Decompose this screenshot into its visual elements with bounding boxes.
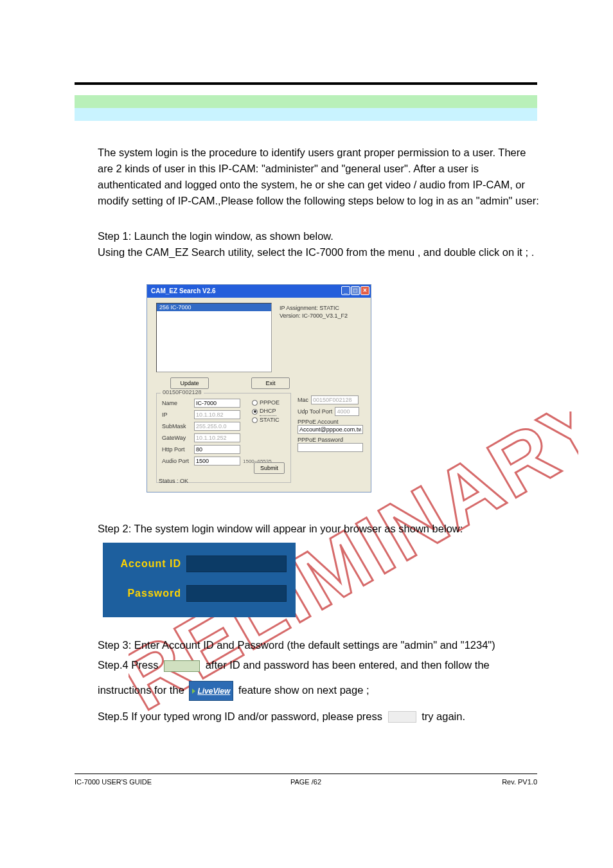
intro-paragraph: The system login is the procedure to ide…	[98, 145, 541, 209]
step1-line2: Using the CAM_EZ Search utility, select …	[98, 244, 541, 260]
group-title: 00150F002128	[161, 389, 204, 395]
submit-button[interactable]: Submit	[254, 462, 285, 474]
radio-pppoe[interactable]	[252, 400, 258, 406]
ip-assignment-text: IP Assignment: STATIC	[280, 304, 348, 312]
submit-button-icon	[164, 660, 200, 672]
ip-input[interactable]	[194, 410, 240, 419]
window-minimize-button[interactable]: _	[341, 286, 350, 295]
radio-static-row[interactable]: STATIC	[252, 416, 280, 424]
footer-page: PAGE /62	[290, 778, 321, 786]
account-id-input[interactable]	[186, 556, 287, 572]
footer-rev: Rev. PV1.0	[502, 778, 537, 786]
password-label: Password	[112, 588, 186, 599]
httpport-label: Http Port	[162, 446, 194, 453]
step5-text-a: Step.5 If your typed wrong ID and/or pas…	[98, 710, 386, 722]
device-listbox[interactable]: 256 IC-7000	[156, 303, 272, 372]
step4-row2: instructions for the LiveView feature sh…	[98, 681, 547, 701]
liveview-button: LiveView	[189, 681, 233, 701]
step1-text: Step 1: Launch the login window, as show…	[98, 228, 541, 260]
name-row: Name	[162, 399, 240, 408]
pppoe-password-input[interactable]	[298, 443, 363, 452]
footer-rule	[75, 773, 537, 774]
reset-button-icon	[388, 711, 416, 723]
submask-label: SubMask	[162, 423, 194, 429]
right-column: Mac Udp Tool Port PPPoE Account PPPoE Pa…	[298, 395, 363, 455]
footer-left: IC-7000 USER'S GUIDE	[75, 778, 152, 786]
step1-line1: Step 1: Launch the login window, as show…	[98, 228, 541, 244]
gateway-row: GateWay	[162, 433, 240, 442]
step2-text: Step 2: The system login window will app…	[98, 523, 547, 535]
status-text: Status : OK	[159, 478, 188, 484]
submask-input[interactable]	[194, 422, 240, 431]
udp-row: Udp Tool Port	[298, 407, 363, 416]
step4-text-b: after ID and password has been entered, …	[206, 659, 490, 671]
httpport-row: Http Port	[162, 445, 240, 454]
login-panel: Account ID Password	[103, 543, 296, 617]
mac-row: Mac	[298, 395, 363, 404]
radio-static[interactable]	[252, 417, 258, 423]
header-bar-green	[75, 95, 537, 108]
after-steps: Step 3: Enter Account ID and Password (t…	[98, 637, 547, 728]
step4-text-a: Step.4 Press	[98, 659, 161, 671]
window-titlebar: CAM_EZ Search V2.6 _ □ ×	[147, 285, 371, 298]
radio-dhcp-row[interactable]: DHCP	[252, 407, 280, 416]
window-title: CAM_EZ Search V2.6	[151, 287, 216, 294]
submask-row: SubMask	[162, 422, 240, 431]
httpport-input[interactable]	[194, 445, 240, 454]
audioport-input[interactable]	[194, 457, 240, 466]
step4-text-c: instructions for the	[98, 684, 187, 696]
audioport-label: Audio Port	[162, 458, 194, 464]
udp-label: Udp Tool Port	[298, 408, 332, 415]
top-rule	[75, 82, 537, 85]
header-bar-cyan	[75, 108, 537, 121]
name-label: Name	[162, 400, 194, 406]
step4-row1: Step.4 Press after ID and password has b…	[98, 657, 547, 673]
pppoe-account-label: PPPoE Account	[298, 419, 363, 425]
ip-label: IP	[162, 411, 194, 418]
radio-pppoe-label: PPPOE	[260, 399, 280, 407]
version-text: Version: IC-7000_V3.1_F2	[280, 312, 348, 320]
exit-button[interactable]: Exit	[251, 377, 290, 389]
mac-input[interactable]	[311, 395, 359, 404]
radio-dhcp-label: DHCP	[260, 407, 276, 416]
radio-static-label: STATIC	[260, 416, 280, 424]
device-list-item[interactable]: 256 IC-7000	[157, 303, 271, 311]
gateway-input[interactable]	[194, 433, 240, 442]
pppoe-password-row: PPPoE Password	[298, 437, 363, 452]
radio-pppoe-row[interactable]: PPPOE	[252, 399, 280, 407]
ip-mode-radios: PPPOE DHCP STATIC	[252, 399, 280, 424]
play-icon	[192, 689, 195, 694]
pppoe-account-input[interactable]	[298, 425, 363, 434]
update-button[interactable]: Update	[170, 377, 209, 389]
name-input[interactable]	[194, 399, 240, 408]
radio-dhcp[interactable]	[252, 409, 258, 415]
window-maximize-button[interactable]: □	[351, 286, 360, 295]
ip-row: IP	[162, 410, 240, 419]
step5-row: Step.5 If your typed wrong ID and/or pas…	[98, 709, 547, 725]
pppoe-password-label: PPPoE Password	[298, 437, 363, 443]
step4-text-d: feature show on next page ;	[238, 684, 369, 696]
step3-text: Step 3: Enter Account ID and Password (t…	[98, 637, 547, 653]
liveview-label: LiveView	[197, 683, 230, 700]
window-close-button[interactable]: ×	[360, 286, 369, 295]
device-info: IP Assignment: STATIC Version: IC-7000_V…	[280, 304, 348, 320]
account-id-label: Account ID	[112, 558, 186, 570]
pppoe-account-row: PPPoE Account	[298, 419, 363, 434]
page-footer: IC-7000 USER'S GUIDE PAGE /62 Rev. PV1.0	[75, 778, 537, 786]
step5-text-b: try again.	[422, 710, 465, 722]
cam-ez-search-window: CAM_EZ Search V2.6 _ □ × 256 IC-7000 IP …	[147, 284, 371, 493]
gateway-label: GateWay	[162, 435, 194, 441]
udp-input[interactable]	[335, 407, 359, 416]
password-input[interactable]	[186, 585, 287, 602]
mac-label: Mac	[298, 397, 308, 403]
